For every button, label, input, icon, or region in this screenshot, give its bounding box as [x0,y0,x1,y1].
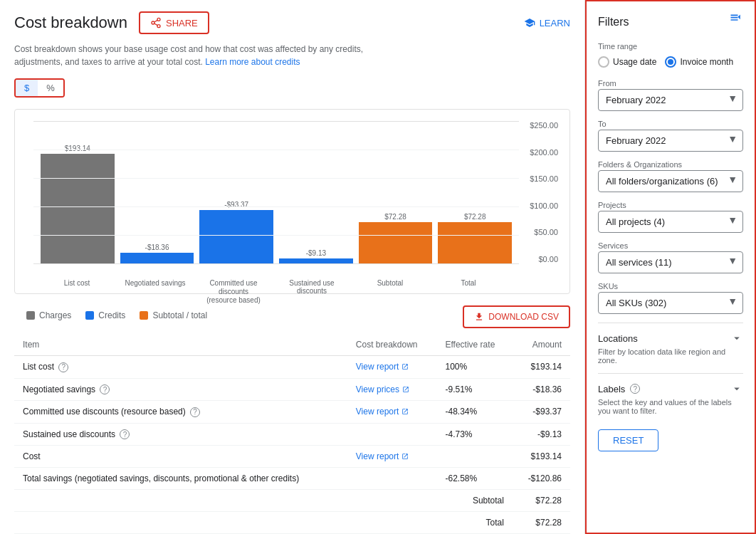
projects-select[interactable]: All projects (4) [598,211,743,233]
from-label: From [598,79,743,88]
negotiated-view-prices[interactable]: View prices [356,384,429,394]
folders-dropdown: Folders & Organizations All folders/orga… [598,160,743,192]
usage-date-radio[interactable]: Usage date [598,56,656,68]
bar-negotiated: -$18.36 [120,121,194,263]
total-row: Total $72.28 [14,512,570,534]
labels-expand-icon [730,382,743,395]
table-row: Negotiated savings ? View prices -9.51% … [14,378,570,401]
skus-dropdown: SKUs All SKUs (302) ▼ [598,282,743,314]
locations-title: Locations [598,333,638,344]
learn-button[interactable]: LEARN [524,17,570,28]
skus-label: SKUs [598,282,743,290]
bar-list-cost-rect [41,154,115,263]
to-dropdown: To February 2022 ▼ [598,120,743,152]
share-button[interactable]: SHARE [139,11,209,34]
sustained-help-icon[interactable]: ? [120,429,130,439]
filters-title: Filters [598,16,629,28]
filters-sidebar: Filters Time range Usage date Invoice mo… [585,0,756,534]
cost-table: Item Cost breakdown Effective rate Amoun… [14,334,570,534]
page-title: Cost breakdown [14,14,127,32]
labels-desc: Select the key and values of the labels … [598,398,743,415]
services-select[interactable]: All services (11) [598,251,743,273]
col-cost-breakdown: Cost breakdown [347,334,437,356]
bar-list-cost: $193.14 [41,145,115,263]
to-select[interactable]: February 2022 [598,130,743,152]
locations-desc: Filter by location data like region and … [598,347,743,365]
folders-label: Folders & Organizations [598,160,743,169]
services-dropdown: Services All services (11) ▼ [598,241,743,273]
col-effective-rate: Effective rate [436,334,512,356]
services-label: Services [598,241,743,250]
learn-icon [524,17,535,28]
svg-line-3 [154,23,158,26]
skus-select[interactable]: All SKUs (302) [598,292,743,314]
svg-point-1 [152,21,154,24]
col-item: Item [14,334,347,356]
chart-container: $250.00 $200.00 $150.00 $100.00 $50.00 $… [14,109,570,294]
cost-view-report[interactable]: View report [356,451,429,461]
svg-point-0 [157,18,160,21]
list-cost-view-report[interactable]: View report [356,362,429,372]
to-label: To [598,120,743,128]
percent-toggle[interactable]: % [38,80,63,96]
labels-header[interactable]: Labels ? [598,382,743,395]
table-row: Committed use discounts (resource based)… [14,401,570,424]
view-toggle: $ % [14,78,65,98]
chart-legend: Charges Credits Subtotal / total [26,310,558,320]
locations-header[interactable]: Locations [598,332,743,345]
collapse-icon [729,13,743,27]
list-cost-help-icon[interactable]: ? [58,362,68,372]
committed-help-icon[interactable]: ? [190,407,200,417]
from-select[interactable]: February 2022 [598,89,743,111]
table-row: Sustained use discounts ? -4.73% -$9.13 [14,423,570,446]
folders-select[interactable]: All folders/organizations (6) [598,170,743,192]
subtotal-row: Subtotal $72.28 [14,490,570,512]
svg-line-4 [154,20,158,22]
locations-expand-icon [730,332,743,345]
locations-section: Locations Filter by location data like r… [598,323,743,365]
time-range-radio-group: Usage date Invoice month [598,56,743,68]
labels-section: Labels ? Select the key and values of th… [598,373,743,415]
table-row: List cost ? View report 100% $193.14 [14,356,570,379]
reset-button[interactable]: RESET [598,429,658,451]
labels-title: Labels [598,384,625,394]
page-description: Cost breakdown shows your base usage cos… [14,43,370,68]
dollar-toggle[interactable]: $ [16,80,38,96]
table-row: Total savings (negotiated savings, disco… [14,468,570,490]
time-range-label: Time range [598,42,743,51]
svg-point-2 [157,25,160,28]
labels-help-icon[interactable]: ? [630,384,640,394]
projects-dropdown: Projects All projects (4) ▼ [598,201,743,233]
bar-committed: -$93.37 [199,121,273,263]
from-dropdown: From February 2022 ▼ [598,79,743,111]
bar-total: $72.28 [438,213,512,263]
neg-savings-help-icon[interactable]: ? [100,384,110,394]
committed-view-report[interactable]: View report [356,407,429,417]
time-range-section: Time range Usage date Invoice month [598,42,743,68]
filters-collapse-button[interactable] [729,13,743,31]
bar-sustained: -$9.13 [279,121,353,263]
invoice-month-radio[interactable]: Invoice month [665,56,733,68]
learn-more-link[interactable]: Learn more about credits [205,57,300,67]
share-icon [150,17,162,28]
projects-label: Projects [598,201,743,209]
col-amount: Amount [513,334,570,356]
bar-subtotal: $72.28 [359,213,433,263]
table-row: Cost View report $193.14 [14,446,570,468]
